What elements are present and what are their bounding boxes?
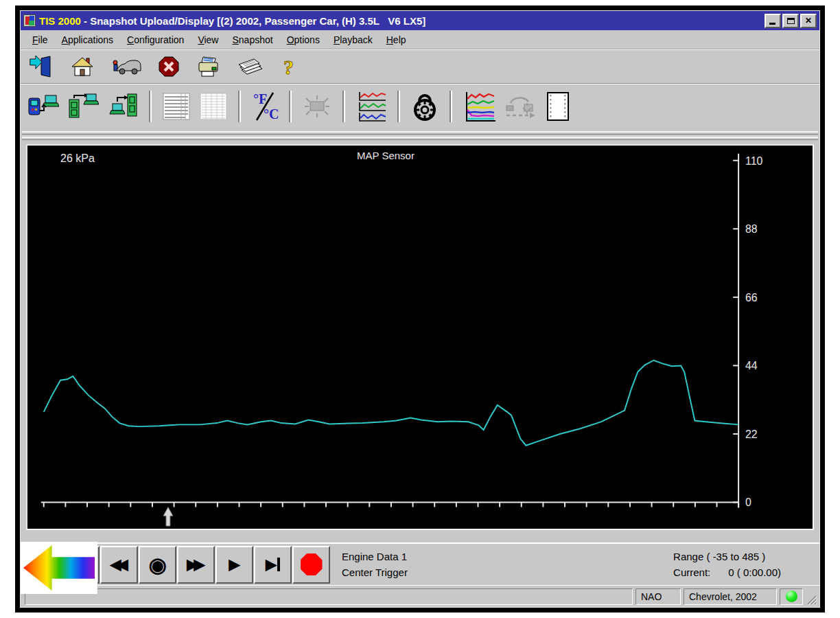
home-button[interactable] (69, 54, 96, 79)
maximize-icon (787, 18, 795, 24)
help-icon: ? (281, 56, 299, 78)
publications-icon (237, 56, 265, 77)
menu-playback[interactable]: Playback (327, 32, 379, 47)
tis2000-window: TIS 2000 - Snapshot Upload/Display [(2) … (20, 10, 820, 608)
play-icon: ▶ (229, 556, 240, 573)
divider-bar (22, 131, 818, 135)
chart-title: MAP Sensor (27, 150, 744, 161)
chart-area: 022446688110 26 kPa MAP Sensor (21, 143, 819, 542)
range-label: Range ( -35 to 485 ) (673, 549, 781, 564)
toolbar-separator (397, 91, 400, 122)
toolbar-separator (450, 91, 452, 122)
snapshot-info: Engine Data 1 Center Trigger (342, 549, 408, 581)
svg-text:°F: °F (253, 91, 267, 106)
region-panel: NAO (635, 588, 681, 605)
exit-button[interactable] (27, 54, 55, 79)
fast-forward-icon: ▶▶ (187, 556, 205, 573)
rainbow-left-arrow-icon (23, 545, 95, 591)
app-name: TIS 2000 (39, 15, 81, 27)
y-axis-tick-label: 44 (745, 360, 758, 371)
map-sensor-graph: 022446688110 (27, 146, 813, 529)
y-axis-tick-label: 0 (745, 496, 751, 508)
skip-back-icon: ◀◀ (110, 556, 128, 573)
divider-bar (22, 137, 818, 140)
list-display-icon (162, 92, 191, 121)
y-axis-tick-label: 22 (745, 428, 758, 440)
grid-display-button[interactable] (198, 91, 229, 122)
y-axis-tick-label: 110 (745, 155, 762, 167)
connection-panel (780, 588, 803, 605)
store-icon (107, 93, 139, 120)
multi-graph-display-button[interactable] (354, 89, 388, 124)
cancel-icon (158, 56, 180, 78)
minimize-icon (769, 23, 775, 25)
select-vehicle-button[interactable] (110, 55, 143, 78)
trigger-arrow (163, 507, 173, 526)
skip-back-button[interactable]: ◀◀ (100, 546, 138, 584)
resize-grip[interactable] (806, 594, 817, 605)
current-label: Current: (673, 564, 710, 580)
toolbar-separator (238, 91, 241, 122)
units-fc-button[interactable]: °F °C (250, 90, 280, 123)
vehicle-icon (111, 56, 141, 77)
end-bar-icon (277, 558, 280, 571)
toolbar-separator (289, 91, 292, 122)
fast-forward-button[interactable]: ▶▶ (177, 546, 215, 584)
go-to-end-icon: ▶ (266, 556, 277, 573)
cancel-button[interactable] (156, 54, 181, 79)
store-snapshot-button[interactable] (106, 91, 140, 122)
record-button[interactable]: ◉ (139, 546, 176, 584)
current-value: 0 ( 0:00.00) (728, 564, 781, 580)
y-axis-tick-label: 66 (745, 292, 758, 304)
menu-options[interactable]: Options (281, 32, 326, 47)
title-bar: TIS 2000 - Snapshot Upload/Display [(2) … (21, 11, 819, 30)
main-toolbar: ? (21, 49, 819, 84)
overlay-graph-icon (463, 91, 495, 122)
go-to-end-button[interactable]: ▶ (254, 546, 292, 584)
home-icon (70, 56, 95, 78)
print-button[interactable] (195, 54, 222, 79)
lock-icon (410, 91, 439, 122)
record-icon: ◉ (148, 553, 166, 577)
snapshot-toolbar: °F °C (21, 84, 819, 128)
list-display-button[interactable] (161, 91, 192, 122)
status-message-panel (25, 588, 633, 605)
menu-applications[interactable]: Applications (56, 32, 120, 47)
read-publications-button[interactable] (236, 55, 266, 78)
y-axis-tick-label: 88 (745, 223, 758, 235)
snapshot-name: Engine Data 1 (342, 549, 408, 564)
toolbar-separator (149, 91, 152, 122)
stop-button[interactable] (292, 546, 330, 584)
toolbar-divider (21, 128, 819, 143)
transfer-snapshot-button-disabled[interactable] (502, 91, 538, 122)
annotation-overlay (21, 542, 97, 594)
play-button[interactable]: ▶ (215, 546, 253, 584)
svg-text:?: ? (283, 56, 294, 78)
exit-icon (29, 56, 54, 78)
overlay-graph-display-button[interactable] (461, 89, 497, 124)
toolbar-separator (342, 91, 345, 122)
menu-snapshot[interactable]: Snapshot (226, 32, 279, 47)
upload-from-tool-button[interactable] (26, 91, 60, 122)
upload-tool-icon (27, 93, 59, 120)
fahrenheit-celsius-icon: °F °C (251, 91, 279, 122)
menu-bar: File Applications Configuration View Sna… (21, 30, 819, 49)
app-icon (23, 14, 36, 27)
window-title: TIS 2000 - Snapshot Upload/Display [(2) … (39, 15, 765, 27)
flash-message-button-disabled[interactable] (301, 91, 334, 122)
menu-configuration[interactable]: Configuration (121, 32, 190, 47)
maximize-button[interactable] (782, 14, 799, 28)
playback-bar: |◀ ◀ ◀◀ ◉ ▶▶ ▶ ▶ Engine Data 1 Center Tr… (21, 542, 819, 585)
menu-help[interactable]: Help (380, 32, 412, 47)
menu-view[interactable]: View (191, 32, 224, 47)
retrieve-snapshot-button[interactable] (66, 91, 100, 122)
print-icon (196, 56, 221, 78)
strip-chart-button[interactable] (544, 90, 572, 123)
menu-file[interactable]: File (26, 32, 54, 47)
vehicle-panel: Chevrolet, 2002 (684, 588, 777, 605)
help-button[interactable]: ? (280, 54, 301, 79)
lock-display-button[interactable] (409, 90, 441, 123)
strip-chart-icon (545, 91, 571, 122)
close-button[interactable]: ✕ (800, 14, 817, 28)
minimize-button[interactable] (765, 14, 781, 28)
